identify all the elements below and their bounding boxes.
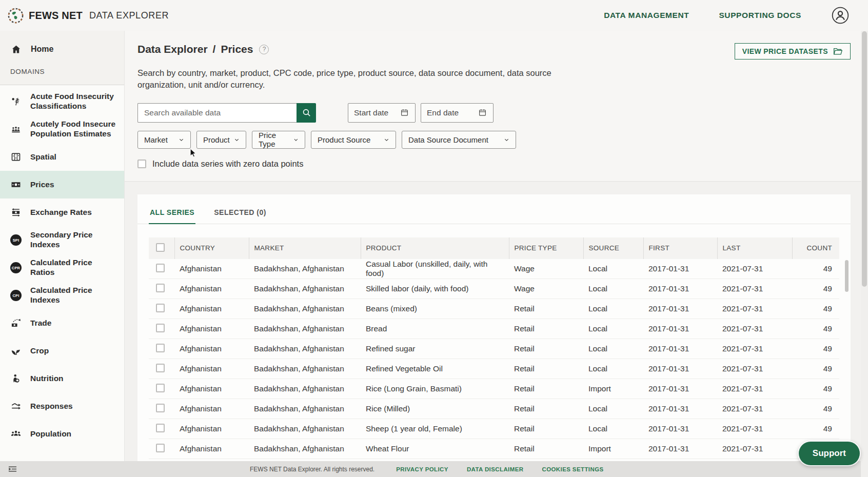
banknote-icon [10,179,22,190]
row-checkbox[interactable] [156,364,165,372]
account-icon [831,6,850,25]
breadcrumb-root[interactable]: Data Explorer [137,43,208,55]
sidebar-item-spatial[interactable]: Spatial [0,143,124,171]
nav-link-data-management[interactable]: DATA MANAGEMENT [604,11,689,20]
table-row[interactable]: AfghanistanBadakhshan, AfghanistanBeans … [149,299,839,319]
filter-dropdown-product[interactable]: Product [196,131,246,149]
footer-link-cookies-settings[interactable]: COOKIES SETTINGS [542,466,603,472]
table-row[interactable]: AfghanistanBadakhshan, AfghanistanRice (… [149,379,839,399]
chevron-down-icon [292,135,300,144]
sidebar-item-responses[interactable]: Responses [0,392,124,420]
sidebar-item-secondary-price-indexes[interactable]: SPISecondary Price Indexes [0,226,124,254]
sprout-icon [10,345,22,356]
cell-product: Rice (Long Grain, Basmati) [361,379,509,399]
row-checkbox[interactable] [156,424,165,432]
wheat-icon [10,96,22,107]
sidebar-item-home[interactable]: Home [0,37,124,62]
view-price-datasets-button[interactable]: VIEW PRICE DATASETS [735,43,851,59]
column-header-count[interactable]: COUNT [792,237,839,259]
page-scrollbar-thumb[interactable] [862,31,867,287]
cell-count: 49 [792,339,839,359]
row-checkbox[interactable] [156,304,165,312]
breadcrumb: Data Explorer / Prices ? [137,43,269,55]
sidebar-item-exchange-rates[interactable]: Exchange Rates [0,198,124,226]
column-header-last[interactable]: LAST [717,237,792,259]
cell-last: 2021-07-31 [717,339,792,359]
collapse-sidebar-button[interactable] [7,464,18,475]
exchange-arrows-icon [10,207,22,218]
cell-count: 49 [792,379,839,399]
filter-dropdown-product-source[interactable]: Product Source [311,131,396,149]
cell-count: 49 [792,259,839,279]
row-checkbox[interactable] [156,264,165,272]
sidebar-item-acutely-food-insecure-population-estimates[interactable]: Acutely Food Insecure Population Estimat… [0,115,124,143]
row-checkbox[interactable] [156,284,165,292]
filter-dropdown-data-source-document[interactable]: Data Source Document [402,131,516,149]
search-button[interactable] [297,103,316,123]
tab-selected-0[interactable]: SELECTED (0) [213,194,267,224]
filter-row: MarketProductPrice TypeProduct SourceDat… [137,131,851,149]
table-scrollbar[interactable] [845,260,849,292]
table-row[interactable]: AfghanistanBadakhshan, AfghanistanRefine… [149,339,839,359]
search-icon [301,107,312,118]
cell-country: Afghanistan [174,259,249,279]
sidebar-item-label: Population [30,429,71,439]
table-row[interactable]: AfghanistanBadakhshan, AfghanistanCasual… [149,259,839,279]
sidebar-item-crop[interactable]: Crop [0,337,124,365]
breadcrumb-current: Prices [221,43,253,55]
sidebar-item-prices[interactable]: Prices [0,171,124,198]
response-arrows-icon [10,401,22,412]
cell-first: 2017-01-31 [643,339,717,359]
search-input[interactable] [137,103,297,123]
column-header-market[interactable]: MARKET [249,237,361,259]
row-checkbox[interactable] [156,404,165,412]
row-checkbox[interactable] [156,384,165,392]
column-header-product[interactable]: PRODUCT [361,237,509,259]
end-date-field[interactable]: End date [421,103,494,123]
table-row[interactable]: AfghanistanBadakhshan, AfghanistanSkille… [149,279,839,299]
table-row[interactable]: AfghanistanBadakhshan, AfghanistanSheep … [149,419,839,439]
select-all-checkbox[interactable] [156,243,165,252]
sidebar-item-calculated-price-indexes[interactable]: CPICalculated Price Indexes [0,282,124,309]
sidebar-item-calculated-price-ratios[interactable]: CPRCalculated Price Ratios [0,254,124,282]
footer-links: PRIVACY POLICYDATA DISCLAIMERCOOKIES SET… [396,466,603,472]
row-checkbox[interactable] [156,324,165,332]
cell-last: 2021-07-31 [717,379,792,399]
tabs: ALL SERIESSELECTED (0) [137,194,851,224]
tab-all-series[interactable]: ALL SERIES [149,194,195,224]
exchange-arrows-icon [10,207,22,218]
chevron-down-icon [382,135,391,144]
sidebar-item-population[interactable]: Population [0,420,124,448]
cell-market: Badakhshan, Afghanistan [249,359,361,379]
sidebar-item-acute-food-insecurity-classifications[interactable]: Acute Food Insecurity Classifications [0,88,124,115]
help-icon[interactable]: ? [259,45,269,54]
footer-link-data-disclaimer[interactable]: DATA DISCLAIMER [467,466,524,472]
sidebar-item-trade[interactable]: Trade [0,309,124,337]
table-row[interactable]: AfghanistanBadakhshan, AfghanistanRefine… [149,359,839,379]
nutrition-icon [10,373,22,384]
column-header-country[interactable]: COUNTRY [174,237,249,259]
nav-link-supporting-docs[interactable]: SUPPORTING DOCS [719,11,801,20]
row-checkbox[interactable] [156,444,165,452]
fews-net-logo: FEWS NET DATA EXPLORER [7,7,169,24]
table-row[interactable]: AfghanistanBadakhshan, AfghanistanBreadR… [149,319,839,339]
row-checkbox-cell [149,379,174,399]
sidebar-item-nutrition[interactable]: Nutrition [0,365,124,392]
filter-dropdown-market[interactable]: Market [137,131,191,149]
filter-dropdown-price-type[interactable]: Price Type [252,131,305,149]
row-checkbox[interactable] [156,344,165,352]
sidebar-item-label: Crop [30,346,49,356]
zero-data-checkbox[interactable] [137,160,146,168]
table-row[interactable]: AfghanistanBadakhshan, AfghanistanRice (… [149,399,839,419]
column-header-first[interactable]: FIRST [643,237,717,259]
row-checkbox-cell [149,359,174,379]
cell-price_type: Retail [509,319,583,339]
page-scrollbar[interactable] [861,31,868,477]
column-header-source[interactable]: SOURCE [583,237,643,259]
footer-link-privacy-policy[interactable]: PRIVACY POLICY [396,466,448,472]
start-date-field[interactable]: Start date [348,103,416,123]
table-row[interactable]: AfghanistanBadakhshan, AfghanistanWheat … [149,439,839,459]
support-button[interactable]: Support [799,442,860,465]
column-header-price-type[interactable]: PRICE TYPE [509,237,583,259]
account-button[interactable] [831,6,850,25]
